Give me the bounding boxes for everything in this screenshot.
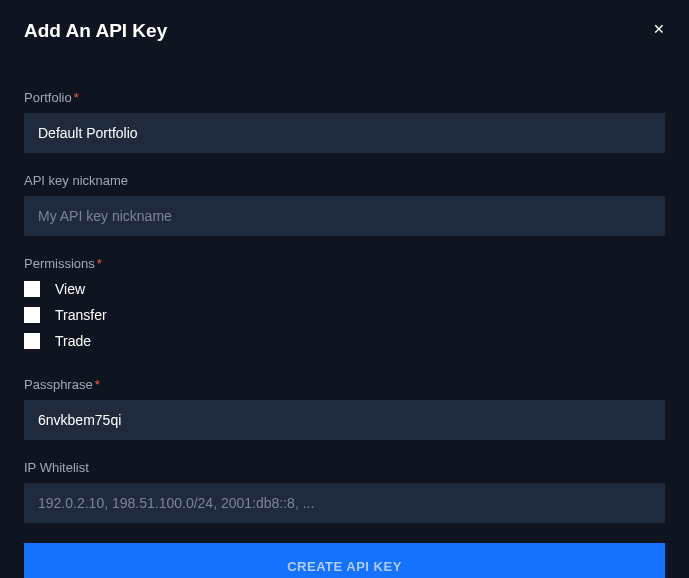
modal-header: Add An API Key ✕ — [24, 20, 665, 42]
trade-checkbox-label: Trade — [55, 333, 91, 349]
portfolio-label-text: Portfolio — [24, 90, 72, 105]
required-indicator: * — [74, 90, 79, 105]
nickname-group: API key nickname — [24, 173, 665, 236]
create-api-key-button[interactable]: CREATE API KEY — [24, 543, 665, 578]
checkbox-item-view: View — [24, 281, 665, 297]
close-icon: ✕ — [653, 21, 665, 37]
nickname-label: API key nickname — [24, 173, 665, 188]
portfolio-group: Portfolio* — [24, 90, 665, 153]
required-indicator: * — [97, 256, 102, 271]
permissions-group: Permissions* View Transfer Trade — [24, 256, 665, 349]
view-checkbox[interactable] — [24, 281, 40, 297]
whitelist-input[interactable] — [24, 483, 665, 523]
add-api-key-modal: Add An API Key ✕ Portfolio* API key nick… — [0, 0, 689, 578]
view-checkbox-label: View — [55, 281, 85, 297]
whitelist-label: IP Whitelist — [24, 460, 665, 475]
trade-checkbox[interactable] — [24, 333, 40, 349]
checkbox-item-transfer: Transfer — [24, 307, 665, 323]
portfolio-label: Portfolio* — [24, 90, 665, 105]
portfolio-input[interactable] — [24, 113, 665, 153]
transfer-checkbox[interactable] — [24, 307, 40, 323]
permissions-label: Permissions* — [24, 256, 665, 271]
whitelist-group: IP Whitelist — [24, 460, 665, 523]
checkbox-group: View Transfer Trade — [24, 281, 665, 349]
passphrase-input[interactable] — [24, 400, 665, 440]
passphrase-label-text: Passphrase — [24, 377, 93, 392]
checkbox-item-trade: Trade — [24, 333, 665, 349]
close-button[interactable]: ✕ — [653, 20, 665, 36]
passphrase-label: Passphrase* — [24, 377, 665, 392]
passphrase-group: Passphrase* — [24, 377, 665, 440]
modal-title: Add An API Key — [24, 20, 167, 42]
required-indicator: * — [95, 377, 100, 392]
permissions-label-text: Permissions — [24, 256, 95, 271]
nickname-input[interactable] — [24, 196, 665, 236]
transfer-checkbox-label: Transfer — [55, 307, 107, 323]
